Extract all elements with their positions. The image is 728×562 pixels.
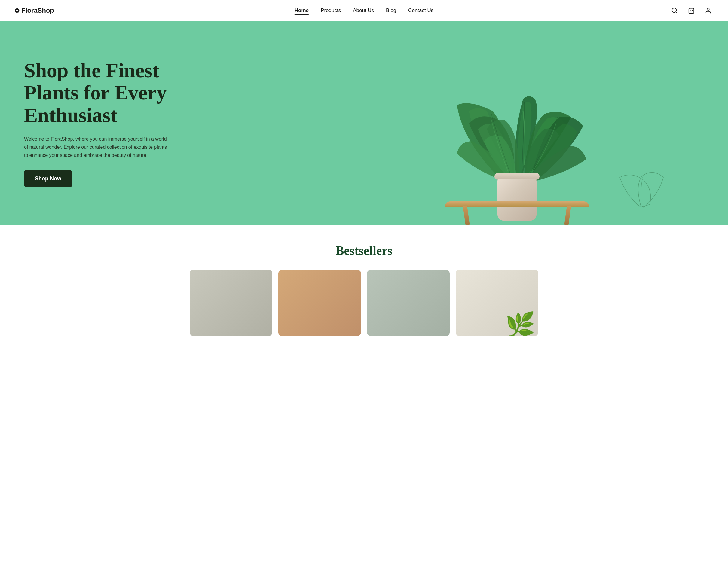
nav-item-products[interactable]: Products [321, 8, 341, 14]
hero-title: Shop the Finest Plants for Every Enthusi… [24, 59, 189, 127]
product-card-3[interactable] [367, 270, 450, 336]
nav-item-blog[interactable]: Blog [386, 8, 396, 14]
table-leg-right [564, 206, 571, 225]
shop-now-button[interactable]: Shop Now [24, 170, 72, 187]
product-image-2 [278, 270, 361, 336]
user-icon [705, 7, 711, 14]
product-card-2[interactable] [278, 270, 361, 336]
nav-item-home[interactable]: Home [295, 8, 309, 14]
brand-name: FloraShop [21, 7, 54, 14]
navbar-actions [669, 5, 714, 16]
product-card-4[interactable] [456, 270, 538, 336]
table [445, 201, 589, 225]
hero-content: Shop the Finest Plants for Every Enthusi… [24, 59, 189, 188]
nav-link-blog[interactable]: Blog [386, 8, 396, 14]
nav-item-about[interactable]: About Us [353, 8, 374, 14]
hero-section: Shop the Finest Plants for Every Enthusi… [0, 21, 728, 225]
nav-link-about[interactable]: About Us [353, 8, 374, 14]
plant-leaves-svg [439, 51, 595, 183]
logo-icon: ✿ [14, 7, 20, 14]
svg-line-1 [676, 12, 677, 13]
cart-icon [688, 7, 695, 14]
bestsellers-section: Bestsellers [0, 225, 728, 342]
table-leg-left [463, 206, 470, 225]
product-image-1 [190, 270, 272, 336]
svg-point-3 [707, 8, 709, 10]
product-image-4 [456, 270, 538, 336]
hero-subtitle: Welcome to FloraShop, where you can imme… [24, 135, 168, 160]
product-image-3 [367, 270, 450, 336]
cart-button[interactable] [686, 5, 697, 16]
plant-scene [439, 51, 595, 225]
navbar: ✿ FloraShop Home Products About Us Blog … [0, 0, 728, 21]
brand-logo[interactable]: ✿ FloraShop [14, 7, 54, 14]
nav-menu: Home Products About Us Blog Contact Us [295, 8, 433, 14]
bestsellers-title: Bestsellers [12, 243, 716, 258]
nav-link-contact[interactable]: Contact Us [408, 8, 433, 14]
search-button[interactable] [669, 5, 680, 16]
product-card-1[interactable] [190, 270, 272, 336]
nav-item-contact[interactable]: Contact Us [408, 8, 433, 14]
user-button[interactable] [703, 5, 714, 16]
nav-link-home[interactable]: Home [295, 8, 309, 15]
products-grid [190, 270, 538, 336]
search-icon [671, 7, 678, 14]
nav-link-products[interactable]: Products [321, 8, 341, 14]
decorative-lines [608, 147, 674, 213]
